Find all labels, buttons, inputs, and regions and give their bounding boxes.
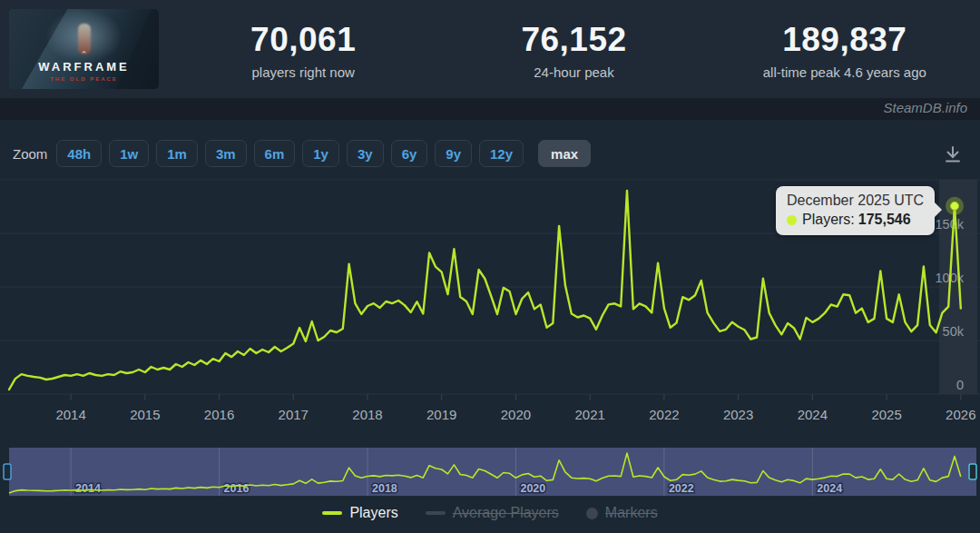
x-axis-label: 2017: [279, 407, 309, 422]
zoom-option-3m[interactable]: 3m: [205, 140, 247, 167]
game-capsule-image[interactable]: ⌃ WARFRAME THE OLD PEACE: [9, 9, 159, 89]
series-dot-icon: [787, 215, 797, 225]
legend-item-players[interactable]: Players: [322, 505, 397, 521]
warframe-logo-icon: ⌃: [9, 51, 159, 59]
stat-24h-peak: 76,152 24-hour peak: [438, 0, 709, 98]
tooltip-date: December 2025 UTC: [787, 192, 924, 209]
stat-label: players right now: [251, 64, 354, 80]
zoom-label: Zoom: [13, 146, 47, 162]
y-axis-label: 0: [956, 378, 964, 392]
chart-range-navigator[interactable]: 201420162018202020222024: [0, 447, 980, 498]
chart-card: Zoom 48h1w1m3m6m1y3y6y9y12ymax 150k100k5…: [0, 120, 980, 533]
x-axis-label: 2024: [798, 407, 828, 422]
stat-value: 76,152: [521, 21, 626, 59]
stat-label: all-time peak 4.6 years ago: [763, 64, 926, 80]
zoom-option-12y[interactable]: 12y: [479, 140, 524, 167]
app-header: ⌃ WARFRAME THE OLD PEACE 70,061 players …: [0, 0, 980, 98]
zoom-option-48h[interactable]: 48h: [56, 140, 102, 167]
x-axis-label: 2025: [871, 407, 901, 422]
watermark-strip: SteamDB.info: [0, 98, 980, 120]
legend-item-markers[interactable]: Markers: [586, 505, 658, 521]
steamdb-watermark: SteamDB.info: [883, 100, 967, 115]
x-axis-label: 2022: [649, 407, 679, 422]
zoom-option-6m[interactable]: 6m: [254, 140, 296, 167]
game-title: WARFRAME: [9, 60, 159, 74]
stat-alltime-peak: 189,837 all-time peak 4.6 years ago: [710, 0, 980, 98]
zoom-option-1y[interactable]: 1y: [302, 140, 339, 167]
tooltip-series-row: Players: 175,546: [787, 212, 924, 228]
navigator-left-handle[interactable]: [4, 464, 11, 479]
navigator-year-label: 2020: [520, 482, 545, 495]
navigator-year-label: 2022: [669, 482, 694, 495]
zoom-option-1w[interactable]: 1w: [109, 140, 149, 167]
player-stats: 70,061 players right now 76,152 24-hour …: [168, 0, 980, 98]
legend-item-average-players[interactable]: Average Players: [426, 505, 559, 521]
legend-label: Players: [349, 505, 397, 521]
chart-tooltip: December 2025 UTC Players: 175,546: [776, 186, 935, 235]
stat-current-players: 70,061 players right now: [168, 0, 438, 98]
x-axis-label: 2018: [352, 407, 382, 422]
navigator-year-label: 2016: [224, 482, 250, 495]
y-axis-label: 150k: [936, 217, 965, 232]
navigator-year-label: 2014: [75, 482, 101, 495]
zoom-option-max[interactable]: max: [538, 140, 591, 167]
legend-label: Average Players: [453, 505, 559, 521]
tooltip-arrow: [935, 202, 942, 217]
stat-value: 70,061: [250, 21, 356, 59]
navigator-year-label: 2018: [372, 482, 397, 495]
stat-value: 189,837: [782, 21, 906, 59]
legend-circle-icon: [586, 508, 598, 519]
x-axis-label: 2023: [723, 407, 753, 422]
zoom-option-9y[interactable]: 9y: [435, 140, 472, 167]
x-axis-label: 2026: [946, 407, 975, 422]
x-axis-label: 2019: [426, 407, 456, 422]
zoom-option-6y[interactable]: 6y: [391, 140, 428, 167]
navigator-right-handle[interactable]: [969, 464, 976, 479]
zoom-range-selector: Zoom 48h1w1m3m6m1y3y6y9y12ymax: [13, 140, 598, 167]
x-axis-label: 2015: [130, 407, 160, 422]
chart-legend: PlayersAverage PlayersMarkers: [0, 505, 980, 521]
tooltip-series-label: Players:: [802, 212, 855, 228]
game-update-subtitle: THE OLD PEACE: [9, 76, 159, 82]
legend-line-icon: [426, 511, 446, 515]
y-axis-label: 50k: [943, 324, 965, 339]
zoom-option-1m[interactable]: 1m: [156, 140, 198, 167]
x-axis-label: 2021: [574, 407, 604, 422]
hovered-point-marker[interactable]: [951, 202, 959, 210]
x-axis-label: 2014: [55, 407, 85, 422]
stat-label: 24-hour peak: [534, 64, 613, 80]
navigator-year-label: 2024: [817, 482, 842, 495]
tooltip-value: 175,546: [858, 212, 911, 228]
zoom-option-3y[interactable]: 3y: [347, 140, 384, 167]
download-icon[interactable]: [942, 143, 964, 165]
legend-label: Markers: [605, 505, 658, 521]
x-axis-label: 2020: [501, 407, 531, 422]
legend-line-icon: [322, 511, 342, 515]
x-axis-label: 2016: [204, 407, 234, 422]
